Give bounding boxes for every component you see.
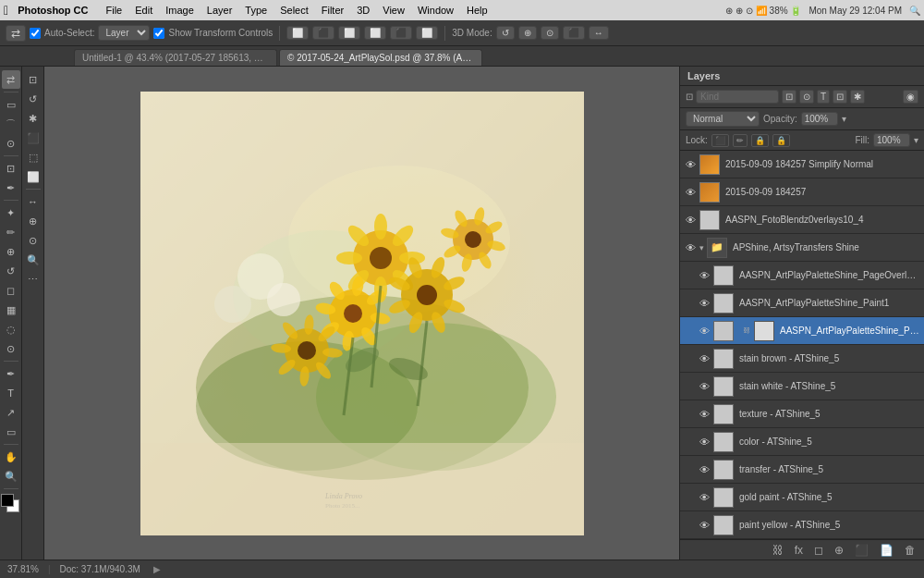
layer-visibility-eye[interactable]: 👁 xyxy=(698,491,711,504)
menu-filter[interactable]: Filter xyxy=(315,3,350,18)
layer-item[interactable]: 👁AASPN_ArtPlayPaletteShine_PageOverlay1 xyxy=(680,262,924,289)
layer-item[interactable]: 👁AASPN_FotoBlendz0verlays10_4 xyxy=(680,206,924,234)
layer-item[interactable]: 👁⛓AASPN_ArtPlayPaletteShine_Paint2 xyxy=(680,317,924,345)
layer-visibility-eye[interactable]: 👁 xyxy=(684,186,697,199)
align-left-btn[interactable]: ⬜ xyxy=(286,26,309,40)
new-group-btn[interactable]: ⬛ xyxy=(852,543,871,558)
crop-tool[interactable]: ⊡ xyxy=(2,159,20,178)
tool2-fill[interactable]: ⬚ xyxy=(24,148,43,166)
filter-toggle-btn[interactable]: ◉ xyxy=(903,90,918,104)
filter-shape-btn[interactable]: ⊡ xyxy=(833,90,847,104)
tool2-paint[interactable]: ⬛ xyxy=(24,129,43,147)
tab-artplaysol[interactable]: © 2017-05-24_ArtPlaySol.psd @ 37.8% (AAS… xyxy=(279,49,482,66)
3d-btn5[interactable]: ↔ xyxy=(589,26,609,40)
add-style-btn[interactable]: fx xyxy=(792,543,806,558)
3d-btn2[interactable]: ⊕ xyxy=(518,26,537,40)
group-expand-arrow[interactable]: ▾ xyxy=(699,243,704,252)
layer-item[interactable]: 👁2015-09-09 184257 Simplify Normal xyxy=(680,151,924,178)
layer-item[interactable]: 👁stain brown - ATShine_5 xyxy=(680,345,924,373)
menu-select[interactable]: Select xyxy=(274,3,315,18)
layer-item[interactable]: 👁gold paint - ATShine_5 xyxy=(680,484,924,511)
type-tool[interactable]: T xyxy=(2,384,20,402)
menu-file[interactable]: File xyxy=(100,3,129,18)
new-adjustment-btn[interactable]: ⊕ xyxy=(832,543,846,558)
menu-view[interactable]: View xyxy=(376,3,411,18)
layer-item[interactable]: 👁transfer - ATShine_5 xyxy=(680,456,924,484)
brush-tool[interactable]: ✏ xyxy=(2,223,20,241)
menu-type[interactable]: Type xyxy=(238,3,274,18)
lock-all-btn[interactable]: 🔒 xyxy=(772,134,790,147)
path-select-tool[interactable]: ↗ xyxy=(2,403,20,422)
auto-select-checkbox[interactable] xyxy=(30,28,41,39)
fill-arrow[interactable]: ▾ xyxy=(914,135,918,145)
layer-visibility-eye[interactable]: 👁 xyxy=(698,269,711,282)
layer-visibility-eye[interactable]: 👁 xyxy=(698,436,711,449)
3d-btn4[interactable]: ⬛ xyxy=(563,26,585,40)
layer-visibility-eye[interactable]: 👁 xyxy=(698,380,711,393)
search-icon[interactable]: 🔍 xyxy=(909,6,920,16)
status-arrow[interactable]: ▶ xyxy=(153,564,161,574)
tool2-add[interactable]: ⊕ xyxy=(24,212,43,230)
blur-tool[interactable]: ◌ xyxy=(2,320,20,338)
align-bottom-btn[interactable]: ⬜ xyxy=(416,26,438,40)
align-middle-btn[interactable]: ⬛ xyxy=(390,26,412,40)
add-mask-btn[interactable]: ◻ xyxy=(811,543,826,558)
filter-adjust-btn[interactable]: ⊙ xyxy=(799,90,814,104)
layer-visibility-eye[interactable]: 👁 xyxy=(698,408,711,421)
rectangular-marquee-tool[interactable]: ▭ xyxy=(2,95,20,114)
eyedropper-tool[interactable]: ✒ xyxy=(2,178,20,197)
menu-image[interactable]: Image xyxy=(159,3,201,18)
hand-tool[interactable]: ✋ xyxy=(2,448,20,466)
tool2-zoom[interactable]: 🔍 xyxy=(24,251,43,269)
quick-select-tool[interactable]: ⊙ xyxy=(2,134,20,153)
tool2-subtract[interactable]: ⊙ xyxy=(24,231,43,250)
layer-item[interactable]: 👁color - ATShine_5 xyxy=(680,428,924,456)
align-top-btn[interactable]: ⬜ xyxy=(364,26,386,40)
layer-item[interactable]: 👁2015-09-09 184257 xyxy=(680,178,924,206)
menu-help[interactable]: Help xyxy=(460,3,494,18)
lock-artboard-btn[interactable]: 🔒 xyxy=(751,134,769,147)
blend-mode-select[interactable]: Normal Multiply Screen Overlay xyxy=(686,111,760,127)
filter-pixel-btn[interactable]: ⊡ xyxy=(782,90,796,104)
layer-visibility-eye[interactable]: 👁 xyxy=(698,519,711,532)
tool2-more[interactable]: ⋯ xyxy=(24,270,43,289)
layer-item[interactable]: 👁texture - ATShine_5 xyxy=(680,400,924,428)
auto-select-dropdown[interactable]: Layer Group xyxy=(98,25,150,41)
zoom-tool[interactable]: 🔍 xyxy=(2,467,20,486)
link-layers-btn[interactable]: ⛓ xyxy=(770,543,786,558)
lock-pixels-btn[interactable]: ⬛ xyxy=(711,134,729,147)
move-tool-options[interactable]: ⇄ xyxy=(6,25,26,42)
gradient-tool[interactable]: ▦ xyxy=(2,301,20,319)
healing-brush-tool[interactable]: ✦ xyxy=(2,203,20,222)
layer-visibility-eye[interactable]: 👁 xyxy=(698,297,711,310)
layer-item[interactable]: 👁paint yellow - ATShine_5 xyxy=(680,511,924,539)
move-tool[interactable]: ⇄ xyxy=(2,70,20,89)
layer-item[interactable]: 👁AASPN_ArtPlayPaletteShine_Paint1 xyxy=(680,289,924,317)
layer-item[interactable]: 👁stain white - ATShine_5 xyxy=(680,373,924,400)
tab-untitled[interactable]: Untitled-1 @ 43.4% (2017-05-27 185613, R… xyxy=(74,49,277,66)
show-transform-checkbox[interactable] xyxy=(153,28,164,39)
3d-btn3[interactable]: ⊙ xyxy=(541,26,559,40)
history-brush-tool[interactable]: ↺ xyxy=(2,262,20,280)
filter-type-btn[interactable]: T xyxy=(817,90,830,104)
tool2-select[interactable]: ⊡ xyxy=(24,70,43,89)
opacity-input[interactable] xyxy=(801,112,838,126)
color-swatches[interactable] xyxy=(1,494,21,514)
layer-visibility-eye[interactable]: 👁 xyxy=(698,352,711,365)
lock-position-btn[interactable]: ✏ xyxy=(733,134,748,147)
menu-edit[interactable]: Edit xyxy=(128,3,159,18)
tool2-flip[interactable]: ↔ xyxy=(24,192,43,211)
layer-visibility-eye[interactable]: 👁 xyxy=(684,214,697,227)
align-center-btn[interactable]: ⬛ xyxy=(312,26,334,40)
layer-item[interactable]: 👁▾📁APShine, ArtsyTransfers Shine xyxy=(680,234,924,262)
layer-visibility-eye[interactable]: 👁 xyxy=(684,158,697,171)
menu-3d[interactable]: 3D xyxy=(350,3,376,18)
clone-stamp-tool[interactable]: ⊕ xyxy=(2,242,20,261)
fill-input[interactable] xyxy=(873,133,910,147)
foreground-color[interactable] xyxy=(1,494,14,507)
lasso-tool[interactable]: ⌒ xyxy=(2,115,20,133)
new-layer-btn[interactable]: 📄 xyxy=(877,543,896,558)
3d-btn1[interactable]: ↺ xyxy=(496,26,515,40)
layers-kind-input[interactable] xyxy=(696,90,779,104)
delete-layer-btn[interactable]: 🗑 xyxy=(902,543,918,558)
